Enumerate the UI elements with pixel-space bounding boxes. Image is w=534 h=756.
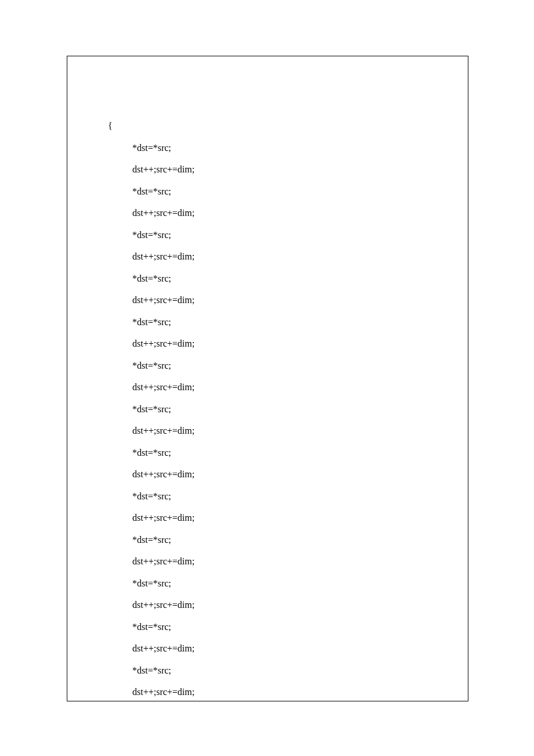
- code-line-incr: dst++;src+=dim;: [108, 376, 468, 398]
- code-line-incr: dst++;src+=dim;: [108, 246, 468, 268]
- code-line-brace: {: [108, 115, 468, 137]
- code-line-assign: *dst=*src;: [108, 485, 468, 507]
- code-line-assign: *dst=*src;: [108, 224, 468, 246]
- code-line-assign: *dst=*src;: [108, 398, 468, 420]
- code-line-incr: dst++;src+=dim;: [108, 507, 468, 529]
- code-content: {*dst=*src;dst++;src+=dim;*dst=*src;dst+…: [67, 56, 468, 701]
- code-line-incr: dst++;src+=dim;: [108, 333, 468, 355]
- code-line-incr: dst++;src+=dim;: [108, 550, 468, 573]
- code-line-assign: *dst=*src;: [108, 573, 468, 595]
- code-line-incr: dst++;src+=dim;: [108, 420, 468, 442]
- code-line-incr: dst++;src+=dim;: [108, 463, 468, 485]
- code-line-assign: *dst=*src;: [108, 268, 468, 290]
- code-line-assign: *dst=*src;: [108, 137, 468, 159]
- code-line-assign: *dst=*src;: [108, 529, 468, 551]
- code-box: {*dst=*src;dst++;src+=dim;*dst=*src;dst+…: [67, 56, 468, 701]
- code-line-incr: dst++;src+=dim;: [108, 289, 468, 311]
- document-page: {*dst=*src;dst++;src+=dim;*dst=*src;dst+…: [0, 0, 534, 756]
- code-line-incr: dst++;src+=dim;: [108, 202, 468, 224]
- code-line-assign: *dst=*src;: [108, 616, 468, 638]
- code-line-assign: *dst=*src;: [108, 181, 468, 203]
- code-line-assign: *dst=*src;: [108, 660, 468, 682]
- code-line-assign: *dst=*src;: [108, 442, 468, 464]
- code-line-incr: dst++;src+=dim;: [108, 159, 468, 181]
- code-line-assign: *dst=*src;: [108, 311, 468, 333]
- code-line-incr: dst++;src+=dim;: [108, 594, 468, 616]
- code-line-incr: dst++;src+=dim;: [108, 638, 468, 660]
- code-line-incr: dst++;src+=dim;: [108, 681, 468, 701]
- code-line-assign: *dst=*src;: [108, 355, 468, 377]
